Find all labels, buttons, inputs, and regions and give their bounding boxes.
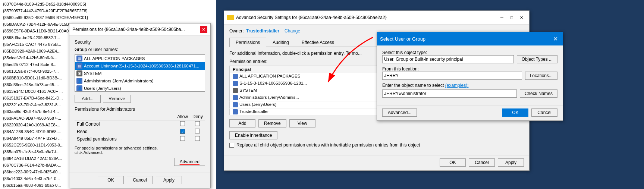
- locations-button[interactable]: Locations...: [525, 72, 557, 80]
- remove-perm-button[interactable]: Remove: [258, 119, 286, 127]
- enter-object-text: Enter the object name to select: [382, 83, 444, 88]
- list-item[interactable]: {8580ca99-925D-4537-959B-B7C9EA45FC01}: [1, 14, 215, 21]
- security-label: Security: [75, 40, 205, 45]
- group-item-all-app-packages[interactable]: ▦ ALL APPLICATION PACKAGES: [75, 55, 205, 62]
- group-item-label: Administrators (Jerry\Administrators): [84, 79, 154, 83]
- maximize-button[interactable]: □: [507, 13, 516, 22]
- su-footer-left: Advanced...: [382, 108, 417, 117]
- folder-icon: [227, 15, 234, 20]
- deny-col-header: Deny: [190, 113, 205, 120]
- perm-name: Full Control: [75, 120, 175, 128]
- permissions-footer: OK Cancel Apply: [69, 173, 210, 188]
- group-item-label: ALL APPLICATION PACKAGES: [84, 56, 145, 61]
- perm-name: Special permissions: [75, 135, 175, 143]
- owner-value[interactable]: TrustedInstaller: [246, 28, 279, 34]
- read-allow-checkbox[interactable]: [180, 129, 185, 134]
- object-types-button[interactable]: Object Types ...: [517, 55, 557, 63]
- permissions-table: Allow Deny Full Control Read Special per…: [75, 113, 205, 143]
- app-packages-icon: ▦: [76, 56, 82, 62]
- replace-text: Replace all child object permission entr…: [236, 142, 420, 148]
- select-user-body: Select this object type: Object Types ..…: [377, 45, 563, 105]
- tab-permissions[interactable]: Permissions: [229, 38, 266, 47]
- enable-inheritance-button[interactable]: Enable inheritance: [229, 131, 277, 139]
- group-item-system[interactable]: ▣ SYSTEM: [75, 70, 205, 77]
- apply-button[interactable]: Apply: [156, 176, 182, 184]
- apply-button[interactable]: Apply: [498, 158, 524, 167]
- entry-icon: [233, 95, 238, 100]
- group-buttons: Add... Remove: [75, 95, 205, 103]
- cancel-button[interactable]: Cancel: [531, 108, 557, 117]
- location-row: Locations...: [382, 72, 557, 80]
- permissions-close-button[interactable]: ✕: [200, 26, 207, 33]
- permissions-dialog: Permissions for {86ca1aa0-34aa-4e8b-a509…: [69, 23, 211, 188]
- group-item-account-unknown[interactable]: ▤ Account Unknown(S-1-15-3-1024-10653659…: [75, 62, 205, 70]
- advanced-button[interactable]: Advanced: [174, 158, 205, 166]
- list-item[interactable]: {85790577-4442-479D-A20E-E2E94B65F2F8}: [1, 7, 215, 14]
- select-user-close-button[interactable]: ✕: [551, 34, 560, 43]
- ok-button[interactable]: OK: [502, 108, 528, 117]
- entry-icon: [233, 109, 238, 114]
- perm-name: Read: [75, 128, 175, 135]
- cancel-button[interactable]: Cancel: [127, 176, 153, 184]
- examples-link[interactable]: (examples):: [445, 83, 469, 88]
- group-item-administrators[interactable]: 👤 Administrators (Jerry\Administrators): [75, 77, 205, 85]
- allow-checkbox-cell: [175, 128, 190, 135]
- change-link[interactable]: Change: [285, 28, 300, 34]
- deny-checkbox-cell: [190, 120, 205, 128]
- object-name-input[interactable]: [382, 89, 517, 98]
- from-location-label: From this location:: [382, 66, 557, 72]
- account-unknown-icon: ▤: [76, 63, 82, 69]
- select-user-dialog: Select User or Group ✕ Select this objec…: [377, 32, 563, 121]
- minimize-button[interactable]: ─: [497, 13, 507, 22]
- deny-checkbox-cell: [190, 128, 205, 135]
- entry-icon: [233, 74, 238, 79]
- allow-checkbox-cell: [175, 135, 190, 143]
- group-item-label: Account Unknown(S-1-15-3-1024-1065365936…: [84, 64, 199, 68]
- full-control-allow-checkbox[interactable]: [180, 121, 185, 126]
- entry-icon: [233, 81, 238, 86]
- special-note: For special permissions or advanced sett…: [75, 146, 205, 155]
- table-row: Special permissions: [75, 135, 205, 143]
- titlebar-controls: ─ □ ✕: [497, 13, 526, 22]
- adv-security-title: Advanced Security Settings for {86ca1aa0…: [236, 15, 387, 20]
- group-user-label: Group or user names:: [75, 47, 205, 52]
- adv-security-titlebar: Advanced Security Settings for {86ca1aa0…: [224, 11, 529, 25]
- replace-checkbox[interactable]: [229, 143, 234, 148]
- view-perm-button[interactable]: View: [289, 119, 315, 127]
- add-button[interactable]: Add...: [75, 95, 101, 103]
- select-object-type-label: Select this object type:: [382, 50, 557, 55]
- permissions-for-label: Permissions for Administrators: [75, 107, 205, 112]
- permissions-titlebar: Permissions for {86ca1aa0-34aa-4e8b-a509…: [69, 23, 210, 36]
- ok-button[interactable]: OK: [440, 158, 466, 167]
- ok-button[interactable]: OK: [98, 176, 124, 184]
- check-names-button[interactable]: Check Names: [520, 89, 557, 98]
- group-item-label: Users (Jerry\Users): [84, 86, 121, 91]
- tab-auditing[interactable]: Auditing: [266, 38, 295, 47]
- remove-button[interactable]: Remove: [103, 95, 131, 103]
- read-deny-checkbox[interactable]: [195, 129, 200, 133]
- adv-titlebar-left: Advanced Security Settings for {86ca1aa0…: [227, 15, 387, 20]
- select-user-footer: Advanced... OK Cancel: [377, 105, 563, 120]
- cancel-button[interactable]: Cancel: [469, 158, 495, 167]
- advanced-row: Advanced: [75, 158, 205, 166]
- select-user-titlebar: Select User or Group ✕: [377, 32, 563, 45]
- deny-checkbox-cell: [190, 135, 205, 143]
- replace-row: Replace all child object permission entr…: [229, 142, 524, 148]
- object-type-row: Object Types ...: [382, 55, 557, 63]
- advanced-button[interactable]: Advanced...: [382, 108, 417, 117]
- full-control-deny-checkbox[interactable]: [195, 121, 200, 126]
- special-allow-checkbox[interactable]: [180, 136, 185, 141]
- owner-label: Owner:: [229, 28, 244, 34]
- object-type-input: [382, 55, 514, 63]
- list-item[interactable]: {8370D44e-0109-42d5-De52-018d440009C5}: [1, 1, 215, 7]
- special-deny-checkbox[interactable]: [195, 136, 200, 141]
- close-button[interactable]: ✕: [516, 13, 526, 22]
- system-icon: ▣: [76, 70, 82, 76]
- permissions-dialog-title: Permissions for {86ca1aa0-34aa-4e8b-a509…: [72, 27, 185, 32]
- tab-effective-access[interactable]: Effective Access: [295, 38, 340, 47]
- perm-name-col-header: [75, 113, 175, 120]
- add-perm-button[interactable]: Add: [229, 119, 255, 127]
- allow-checkbox-cell: [175, 120, 190, 128]
- allow-col-header: Allow: [175, 113, 190, 120]
- group-item-users[interactable]: 👤 Users (Jerry\Users): [75, 85, 205, 92]
